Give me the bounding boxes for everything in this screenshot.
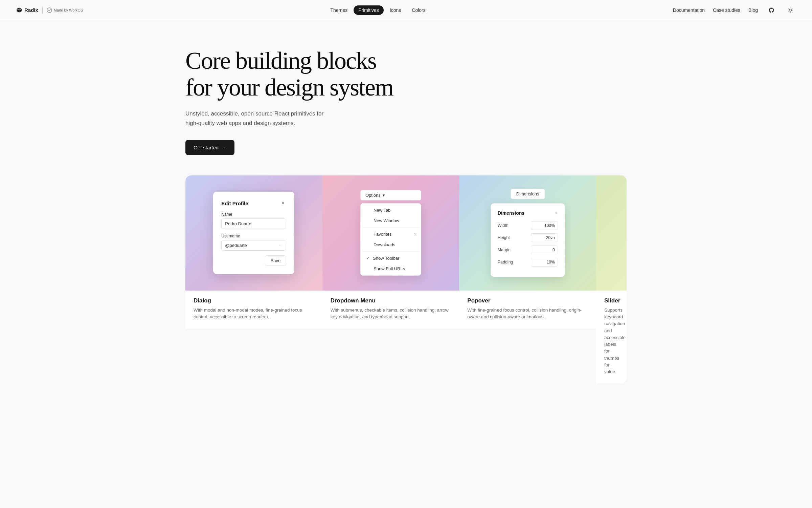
theme-toggle-button[interactable] bbox=[785, 5, 796, 16]
nav-link-themes[interactable]: Themes bbox=[326, 5, 353, 15]
popover-card-info: Popover With fine-grained focus control,… bbox=[459, 291, 596, 329]
popover-label-width: Width bbox=[498, 223, 509, 228]
slider-card-desc: Supports keyboard navigation and accessi… bbox=[604, 307, 618, 376]
dropdown-item-new-tab[interactable]: New Tab bbox=[362, 205, 420, 215]
radix-logo-text: Radix bbox=[24, 7, 38, 13]
dropdown-item-new-window[interactable]: New Window bbox=[362, 215, 420, 226]
dialog-demo: Edit Profile × Name Pedro Duarte Usernam… bbox=[213, 192, 294, 274]
popover-input-width[interactable] bbox=[531, 221, 558, 230]
card-slider: Slider Supports keyboard navigation and … bbox=[596, 175, 627, 384]
popover-preview: Dimensions Dimensions × Width Height bbox=[459, 175, 596, 291]
card-dropdown: Options ▾ New Tab New Window bbox=[322, 175, 459, 384]
dropdown-card-title: Dropdown Menu bbox=[331, 297, 451, 304]
dialog-preview: Edit Profile × Name Pedro Duarte Usernam… bbox=[185, 175, 322, 291]
popover-row-margin: Margin bbox=[498, 246, 558, 254]
dropdown-item-show-full-urls[interactable]: Show Full URLs bbox=[362, 263, 420, 274]
slider-preview bbox=[596, 175, 627, 291]
submenu-arrow-icon: › bbox=[414, 232, 415, 237]
nav-blog-link[interactable]: Blog bbox=[748, 7, 758, 13]
popover-label-height: Height bbox=[498, 235, 510, 240]
popover-demo: Dimensions Dimensions × Width Height bbox=[491, 189, 565, 277]
dropdown-trigger-label: Options bbox=[365, 193, 381, 198]
dialog-username-label: Username bbox=[221, 234, 286, 238]
github-icon bbox=[768, 7, 774, 13]
dialog-name-field: Name Pedro Duarte bbox=[221, 212, 286, 229]
dialog-header: Edit Profile × bbox=[221, 200, 286, 207]
dropdown-demo: Options ▾ New Tab New Window bbox=[360, 190, 421, 276]
radix-logo-icon bbox=[16, 7, 22, 13]
popover-row-padding: Padding bbox=[498, 258, 558, 267]
nav-case-studies-link[interactable]: Case studies bbox=[713, 7, 740, 13]
nav-right-links: Documentation Case studies Blog bbox=[673, 5, 796, 16]
navbar: Radix Made by WorkOS Themes Primitives I… bbox=[0, 0, 812, 20]
slider-card-info: Slider Supports keyboard navigation and … bbox=[596, 291, 627, 384]
cta-arrow: → bbox=[221, 145, 226, 150]
dialog-card-title: Dialog bbox=[194, 297, 314, 304]
chevron-down-icon: ▾ bbox=[383, 193, 385, 198]
dialog-card-info: Dialog With modal and non-modal modes, f… bbox=[185, 291, 322, 329]
hero-headline: Core building blocks for your design sys… bbox=[185, 47, 422, 101]
popover-title: Dimensions bbox=[498, 210, 524, 216]
svg-line-5 bbox=[792, 12, 792, 12]
workos-icon bbox=[47, 7, 52, 13]
dialog-save-button[interactable]: Save bbox=[265, 255, 287, 266]
input-icon: ⋯ bbox=[279, 243, 283, 248]
dropdown-item-downloads[interactable]: Downloads bbox=[362, 239, 420, 250]
popover-label-margin: Margin bbox=[498, 248, 511, 252]
dropdown-menu: New Tab New Window Favorites bbox=[360, 203, 421, 276]
workos-text: Made by WorkOS bbox=[54, 8, 83, 12]
workos-label: Made by WorkOS bbox=[47, 7, 83, 13]
nav-link-colors[interactable]: Colors bbox=[407, 5, 430, 15]
dropdown-card-desc: With submenus, checkable items, collisio… bbox=[331, 307, 451, 321]
dropdown-item-show-toolbar[interactable]: Show Toolbar bbox=[362, 253, 420, 263]
popover-row-height: Height bbox=[498, 233, 558, 242]
popover-card-desc: With fine-grained focus control, collisi… bbox=[467, 307, 588, 321]
logo-group: Radix Made by WorkOS bbox=[16, 7, 83, 14]
dropdown-card-info: Dropdown Menu With submenus, checkable i… bbox=[322, 291, 459, 329]
dropdown-preview: Options ▾ New Tab New Window bbox=[322, 175, 459, 291]
sun-icon bbox=[788, 7, 793, 13]
logo-divider bbox=[42, 7, 43, 14]
dialog-card-desc: With modal and non-modal modes, fine-gra… bbox=[194, 307, 314, 321]
radix-logo[interactable]: Radix bbox=[16, 7, 38, 13]
popover-trigger-button[interactable]: Dimensions bbox=[511, 189, 545, 199]
popover-row-width: Width bbox=[498, 221, 558, 230]
popover-input-height[interactable] bbox=[531, 233, 558, 242]
get-started-button[interactable]: Get started → bbox=[185, 140, 234, 155]
dialog-name-input[interactable]: Pedro Duarte bbox=[221, 218, 286, 229]
hero-section: Core building blocks for your design sys… bbox=[169, 20, 643, 175]
dropdown-item-favorites[interactable]: Favorites › bbox=[362, 229, 420, 239]
cards-section: Edit Profile × Name Pedro Duarte Usernam… bbox=[169, 175, 643, 411]
dropdown-separator-2 bbox=[362, 251, 420, 252]
popover-panel: Dimensions × Width Height Margin bbox=[491, 203, 565, 277]
cta-label: Get started bbox=[194, 145, 219, 150]
svg-line-9 bbox=[792, 8, 792, 8]
nav-link-primitives[interactable]: Primitives bbox=[354, 5, 384, 15]
slider-card-title: Slider bbox=[604, 297, 618, 304]
nav-link-icons[interactable]: Icons bbox=[385, 5, 406, 15]
cards-row: Edit Profile × Name Pedro Duarte Usernam… bbox=[185, 175, 627, 384]
dialog-title: Edit Profile bbox=[221, 200, 248, 206]
dropdown-trigger[interactable]: Options ▾ bbox=[360, 190, 421, 200]
popover-label-padding: Padding bbox=[498, 260, 513, 264]
nav-docs-link[interactable]: Documentation bbox=[673, 7, 705, 13]
hero-description: Unstyled, accessible, open source React … bbox=[185, 109, 334, 127]
github-link[interactable] bbox=[766, 5, 777, 16]
svg-line-4 bbox=[789, 8, 789, 8]
popover-card-title: Popover bbox=[467, 297, 588, 304]
popover-header: Dimensions × bbox=[498, 210, 558, 216]
dropdown-separator-1 bbox=[362, 227, 420, 228]
card-popover: Dimensions Dimensions × Width Height bbox=[459, 175, 596, 384]
nav-center-links: Themes Primitives Icons Colors bbox=[326, 5, 430, 15]
popover-close-button[interactable]: × bbox=[555, 210, 558, 216]
svg-point-1 bbox=[789, 9, 792, 11]
card-dialog: Edit Profile × Name Pedro Duarte Usernam… bbox=[185, 175, 322, 384]
popover-input-padding[interactable] bbox=[531, 258, 558, 267]
dialog-name-label: Name bbox=[221, 212, 286, 217]
dialog-username-field: Username @peduarte ⋯ bbox=[221, 234, 286, 251]
popover-input-margin[interactable] bbox=[531, 246, 558, 254]
svg-line-8 bbox=[789, 12, 789, 12]
dialog-username-input[interactable]: @peduarte ⋯ bbox=[221, 240, 286, 251]
dialog-close-button[interactable]: × bbox=[279, 200, 286, 207]
